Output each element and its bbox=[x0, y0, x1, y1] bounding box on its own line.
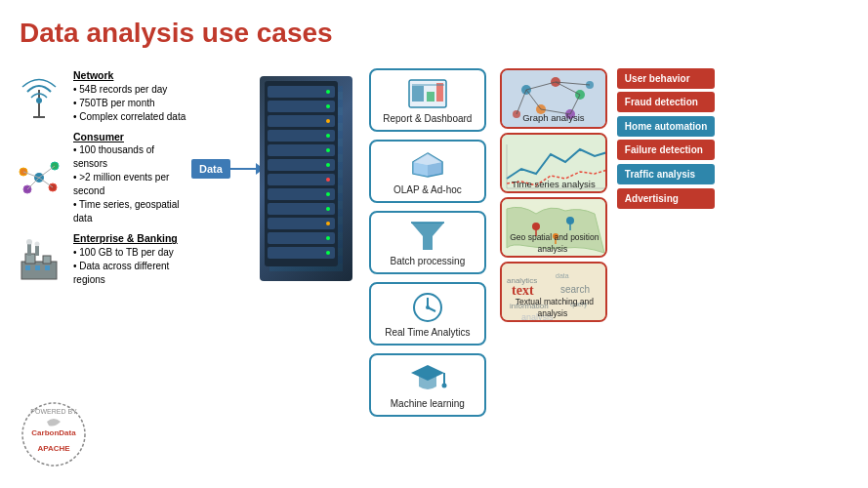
consumer-bullet-3: • Time series, geospatial data bbox=[73, 198, 187, 225]
network-bullet-3: • Complex correlated data bbox=[73, 110, 186, 124]
batch-card: Batch processing bbox=[369, 211, 486, 274]
data-label: Data bbox=[191, 159, 230, 179]
consumer-text: Consumer • 100 thousands of sensors • >2… bbox=[73, 130, 187, 226]
network-bullet-1: • 54B records per day bbox=[73, 83, 186, 97]
enterprise-group: Enterprise & Banking • 100 GB to TB per … bbox=[12, 231, 187, 287]
svg-text:data: data bbox=[556, 272, 569, 279]
apache-logo: POWERED BY CarbonData APACHE bbox=[20, 400, 88, 468]
report-icon bbox=[407, 76, 448, 111]
user-behavior-label: User behavior bbox=[617, 68, 715, 89]
graph-analysis-label: Graph analysis bbox=[520, 110, 586, 125]
svg-point-44 bbox=[326, 222, 330, 225]
network-icon bbox=[12, 69, 65, 123]
svg-point-45 bbox=[326, 236, 330, 240]
geo-card: Geo spatial and position analysis bbox=[500, 197, 607, 258]
network-bullet-2: • 750TB per month bbox=[73, 97, 186, 110]
svg-point-42 bbox=[326, 192, 330, 196]
svg-rect-24 bbox=[268, 101, 335, 112]
fraud-label: Fraud detection bbox=[617, 92, 715, 112]
failure-label: Failure detection bbox=[617, 140, 715, 160]
processing-cards: Report & Dashboard OLAP & Ad-hoc bbox=[369, 68, 486, 417]
svg-rect-27 bbox=[268, 144, 335, 156]
svg-line-9 bbox=[39, 166, 55, 178]
svg-rect-20 bbox=[35, 265, 40, 270]
olap-icon bbox=[407, 147, 448, 183]
advertising-label: Advertising bbox=[617, 188, 715, 209]
svg-text:POWERED BY: POWERED BY bbox=[30, 408, 77, 415]
consumer-icon bbox=[12, 151, 65, 205]
svg-point-35 bbox=[326, 90, 330, 94]
arrow-line bbox=[230, 168, 258, 170]
svg-point-38 bbox=[326, 134, 330, 138]
svg-point-46 bbox=[326, 251, 330, 255]
consumer-bullet-2: • >2 million events per second bbox=[73, 171, 187, 198]
svg-text:CarbonData: CarbonData bbox=[31, 428, 76, 437]
sources-section: Network • 54B records per day • 750TB pe… bbox=[12, 68, 187, 287]
ml-card: Machine learning bbox=[369, 353, 486, 417]
timeseries-label: Time series analysis bbox=[510, 177, 598, 191]
realtime-icon bbox=[407, 290, 448, 325]
svg-rect-26 bbox=[268, 130, 335, 142]
datacenter bbox=[260, 76, 357, 281]
enterprise-title: Enterprise & Banking bbox=[73, 231, 187, 246]
svg-rect-28 bbox=[268, 159, 335, 171]
svg-marker-56 bbox=[411, 223, 444, 250]
svg-point-18 bbox=[34, 241, 39, 246]
graph-analysis-card: Graph analysis bbox=[500, 68, 607, 129]
network-group: Network • 54B records per day • 750TB pe… bbox=[12, 68, 187, 124]
svg-point-36 bbox=[326, 104, 330, 108]
svg-rect-48 bbox=[412, 86, 424, 102]
geo-label: Geo spatial and position analysis bbox=[508, 230, 599, 256]
ml-icon bbox=[407, 361, 448, 396]
enterprise-bullet-1: • 100 GB to TB per day bbox=[73, 246, 187, 260]
svg-point-43 bbox=[326, 207, 330, 211]
svg-text:search: search bbox=[560, 284, 590, 295]
svg-rect-16 bbox=[35, 246, 39, 256]
batch-label: Batch processing bbox=[390, 256, 465, 266]
consumer-group: Consumer • 100 thousands of sensors • >2… bbox=[12, 130, 187, 226]
svg-rect-29 bbox=[268, 174, 335, 185]
svg-rect-19 bbox=[25, 265, 30, 270]
textual-card: analytics data text search information q… bbox=[500, 262, 607, 322]
svg-point-64 bbox=[441, 384, 446, 388]
olap-label: OLAP & Ad-hoc bbox=[393, 184, 462, 195]
enterprise-text: Enterprise & Banking • 100 GB to TB per … bbox=[73, 231, 187, 287]
report-card: Report & Dashboard bbox=[369, 68, 486, 132]
network-text: Network • 54B records per day • 750TB pe… bbox=[73, 68, 186, 124]
svg-rect-50 bbox=[436, 83, 443, 102]
svg-rect-32 bbox=[268, 218, 335, 229]
page-title: Data analysis use cases bbox=[0, 0, 868, 59]
svg-point-17 bbox=[26, 239, 32, 245]
svg-point-2 bbox=[36, 98, 42, 103]
svg-rect-49 bbox=[427, 92, 434, 102]
consumer-title: Consumer bbox=[73, 130, 187, 144]
svg-rect-33 bbox=[268, 232, 335, 244]
svg-rect-15 bbox=[27, 244, 31, 256]
batch-icon bbox=[407, 219, 448, 254]
data-arrow: Data bbox=[191, 159, 258, 179]
network-title: Network bbox=[73, 68, 186, 83]
traffic-label: Traffic analysis bbox=[617, 164, 715, 184]
textual-label: Textual matching and analysis bbox=[514, 295, 594, 320]
svg-rect-34 bbox=[268, 247, 335, 259]
svg-point-39 bbox=[326, 148, 330, 152]
enterprise-icon bbox=[12, 232, 65, 286]
svg-point-41 bbox=[326, 178, 330, 182]
svg-point-40 bbox=[326, 163, 330, 167]
timeseries-card: Time series analysis bbox=[500, 133, 607, 193]
report-label: Report & Dashboard bbox=[383, 113, 472, 124]
datacenter-image bbox=[260, 76, 352, 281]
home-auto-label: Home automation bbox=[617, 116, 715, 137]
svg-rect-25 bbox=[268, 115, 335, 127]
svg-text:APACHE: APACHE bbox=[37, 444, 70, 453]
olap-card: OLAP & Ad-hoc bbox=[369, 140, 486, 203]
svg-line-10 bbox=[39, 178, 53, 187]
realtime-card: Real Time Analytics bbox=[369, 282, 486, 346]
svg-rect-31 bbox=[268, 203, 335, 215]
consumer-bullet-1: • 100 thousands of sensors bbox=[73, 143, 187, 171]
svg-rect-14 bbox=[43, 256, 51, 264]
svg-rect-30 bbox=[268, 188, 335, 200]
ml-label: Machine learning bbox=[391, 398, 465, 409]
svg-point-61 bbox=[426, 305, 430, 309]
svg-line-11 bbox=[27, 178, 39, 189]
